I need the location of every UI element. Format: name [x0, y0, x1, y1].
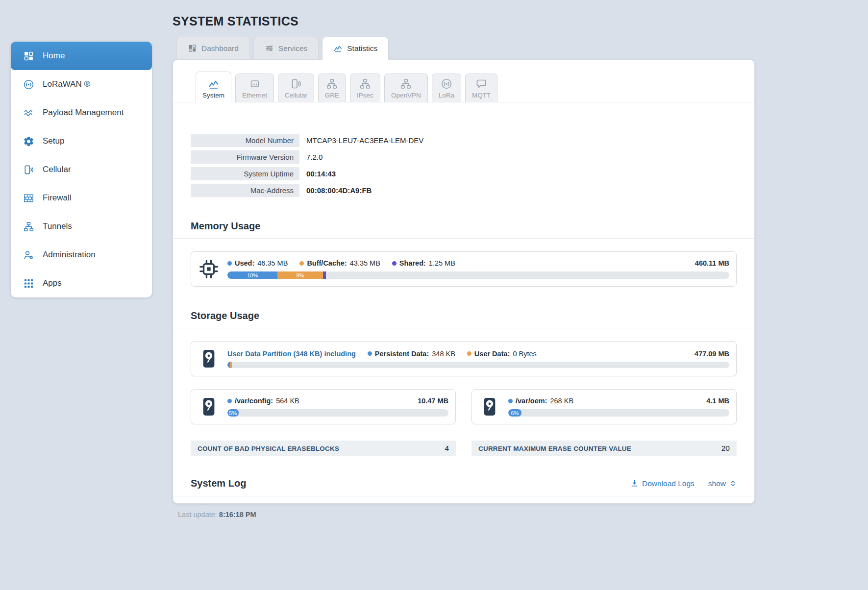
- main-area: SYSTEM STATISTICS Dashboard Services Sta…: [173, 0, 755, 518]
- var-config-bar: 5%: [227, 409, 448, 417]
- sidebar-item-firewall[interactable]: Firewall: [11, 184, 152, 212]
- sidebar-item-setup[interactable]: Setup: [11, 127, 152, 155]
- memory-legend-row: Used: 46.35 MB Buff/Cache: 43.35 MB Shar…: [227, 259, 729, 267]
- info-value: 00:08:00:4D:A9:FB: [306, 186, 372, 195]
- user-data-partition-body: User Data Partition (348 KB) including P…: [227, 350, 729, 368]
- var-config-total: 10.47 MB: [418, 397, 448, 405]
- statistics-subtabs: System Ethernet Cellular GRE IPsec: [173, 60, 754, 102]
- legend-user-data: User Data: 0 Bytes: [467, 350, 537, 358]
- legend-var-config: /var/config: 564 KB: [227, 397, 299, 405]
- subtab-lora[interactable]: LoRa: [432, 74, 461, 102]
- legend-dot: [467, 351, 471, 356]
- info-value: 7.2.0: [306, 153, 322, 161]
- show-label: show: [708, 479, 726, 488]
- tab-label: Dashboard: [201, 44, 239, 53]
- subtab-openvpn[interactable]: OpenVPN: [384, 74, 428, 102]
- cpu-chip-icon: [198, 258, 220, 280]
- sidebar-item-label: Tunnels: [43, 221, 72, 231]
- divider: [173, 238, 754, 239]
- ipsec-sitemap-icon: [359, 78, 371, 90]
- user-data-partition-total: 477.09 MB: [694, 350, 729, 358]
- tab-dashboard[interactable]: Dashboard: [176, 37, 250, 60]
- info-value: MTCAP3-LEU7-AC3EEA-LEM-DEV: [306, 136, 423, 145]
- cellular-icon: [290, 78, 302, 90]
- sidebar-item-label: Administration: [43, 250, 96, 260]
- bar-segment-user-data: [230, 362, 232, 368]
- memory-total: 460.11 MB: [695, 259, 729, 267]
- subtab-cellular[interactable]: Cellular: [278, 74, 314, 102]
- subtab-mqtt[interactable]: MQTT: [465, 74, 497, 102]
- subtab-label: System: [202, 92, 224, 99]
- subtab-ethernet[interactable]: Ethernet: [235, 74, 274, 102]
- var-oem-panel: /var/oem: 268 KB 4.1 MB 6%: [471, 389, 737, 424]
- setup-gear-icon: [23, 136, 34, 147]
- eraseblock-counter-row: COUNT OF BAD PHYSICAL ERASEBLOCKS 4 CURR…: [191, 441, 737, 456]
- sidebar-item-cellular[interactable]: Cellular: [11, 155, 152, 184]
- var-oem-bar: 6%: [508, 409, 729, 417]
- user-data-legend-row: User Data Partition (348 KB) including P…: [227, 350, 729, 358]
- user-data-partition-panel: User Data Partition (348 KB) including P…: [191, 341, 737, 376]
- show-log-toggle[interactable]: show: [708, 479, 737, 488]
- info-row-firmware-version: Firmware Version 7.2.0: [191, 150, 737, 164]
- home-icon: [23, 50, 34, 62]
- hdd-icon: [479, 396, 500, 418]
- user-data-partition-title: User Data Partition (348 KB) including: [227, 350, 356, 358]
- system-log-header: System Log Download Logs show: [191, 478, 737, 489]
- download-logs-link[interactable]: Download Logs: [630, 479, 694, 488]
- stat-value: 4: [445, 444, 449, 453]
- var-config-legend-row: /var/config: 564 KB 10.47 MB: [227, 397, 448, 405]
- subtab-label: LoRa: [439, 92, 454, 99]
- sidebar-item-lorawan[interactable]: LoRaWAN ®: [11, 70, 152, 98]
- legend-var-oem: /var/oem: 268 KB: [508, 397, 573, 405]
- lora-broadcast-icon: [441, 78, 452, 90]
- subtab-system[interactable]: System: [196, 72, 231, 102]
- sidebar-item-apps[interactable]: Apps: [11, 269, 152, 297]
- bar-segment-shared: [323, 271, 326, 279]
- sidebar-item-home[interactable]: Home: [11, 42, 152, 70]
- download-logs-label: Download Logs: [642, 479, 694, 488]
- cellular-icon: [23, 164, 34, 175]
- subtab-label: IPsec: [357, 92, 373, 99]
- legend-dot: [368, 351, 372, 356]
- system-log-heading: System Log: [191, 478, 246, 489]
- sidebar-item-label: Firewall: [43, 193, 72, 203]
- gre-sitemap-icon: [326, 78, 338, 90]
- storage-partition-row: /var/config: 564 KB 10.47 MB 5%: [191, 389, 737, 424]
- info-row-mac-address: Mac-Address 00:08:00:4D:A9:FB: [191, 184, 737, 197]
- sidebar-item-label: Cellular: [43, 165, 71, 174]
- sidebar-item-label: LoRaWAN ®: [43, 79, 90, 89]
- sidebar-item-payload-management[interactable]: Payload Management: [11, 98, 152, 127]
- var-oem-body: /var/oem: 268 KB 4.1 MB 6%: [508, 397, 729, 417]
- sidebar-item-label: Home: [43, 51, 65, 61]
- tab-statistics[interactable]: Statistics: [322, 37, 389, 60]
- legend-dot: [227, 261, 232, 266]
- sidebar-item-administration[interactable]: Administration: [11, 241, 152, 269]
- divider: [173, 328, 754, 328]
- sidebar-item-label: Apps: [43, 278, 62, 288]
- memory-usage-heading: Memory Usage: [191, 221, 737, 232]
- subtab-label: MQTT: [472, 92, 491, 99]
- subtab-ipsec[interactable]: IPsec: [350, 74, 380, 102]
- openvpn-sitemap-icon: [400, 78, 412, 90]
- sidebar-item-label: Payload Management: [43, 108, 124, 118]
- apps-icon: [23, 278, 34, 289]
- tab-services[interactable]: Services: [253, 37, 319, 60]
- lorawan-icon: [23, 79, 34, 90]
- sort-arrows-icon: [729, 480, 737, 487]
- services-icon: [265, 44, 274, 53]
- bar-segment-used: 10%: [227, 271, 277, 279]
- memory-usage-bar: 10% 9%: [227, 271, 729, 279]
- administration-icon: [23, 249, 34, 261]
- sidebar-item-tunnels[interactable]: Tunnels: [11, 212, 152, 241]
- app-layout: Home LoRaWAN ® Payload Management Setup …: [0, 0, 868, 518]
- tab-label: Services: [278, 44, 307, 53]
- ethernet-icon: [249, 78, 261, 90]
- tab-label: Statistics: [347, 44, 377, 53]
- last-update-time: 8:16:18 PM: [219, 511, 256, 518]
- subtab-gre[interactable]: GRE: [318, 74, 346, 102]
- var-config-panel: /var/config: 564 KB 10.47 MB 5%: [191, 389, 456, 424]
- memory-usage-body: Used: 46.35 MB Buff/Cache: 43.35 MB Shar…: [227, 259, 729, 279]
- legend-dot: [508, 399, 513, 403]
- legend-dot: [392, 261, 397, 266]
- stat-label: COUNT OF BAD PHYSICAL ERASEBLOCKS: [198, 445, 339, 452]
